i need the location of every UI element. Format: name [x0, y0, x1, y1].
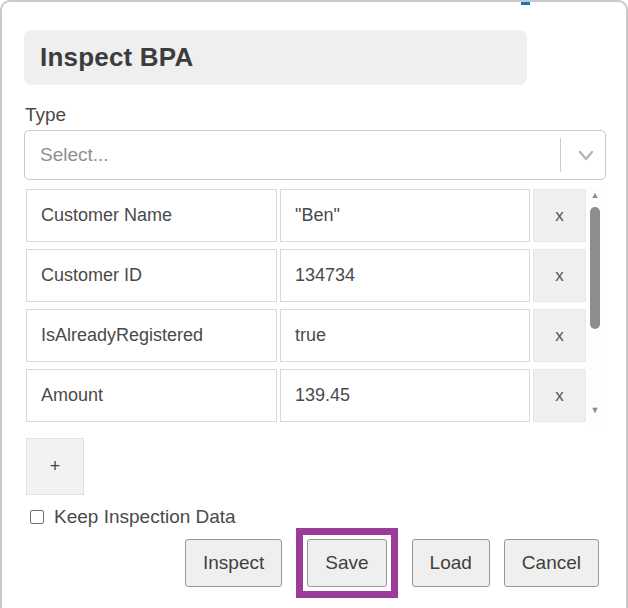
cancel-button[interactable]: Cancel: [504, 539, 599, 587]
type-label: Type: [25, 104, 66, 126]
remove-row-button[interactable]: x: [533, 249, 586, 302]
add-row-button[interactable]: +: [26, 438, 84, 495]
scroll-down-icon[interactable]: ▼: [588, 405, 602, 415]
scrollbar-thumb[interactable]: [590, 207, 600, 329]
remove-row-button[interactable]: x: [533, 189, 586, 242]
remove-row-button[interactable]: x: [533, 309, 586, 362]
dialog-header: Inspect BPA: [24, 30, 527, 85]
keep-inspection-data-row: Keep Inspection Data: [30, 506, 236, 528]
chevron-down-icon[interactable]: [567, 144, 605, 166]
keep-inspection-data-label: Keep Inspection Data: [54, 506, 236, 528]
save-button[interactable]: Save: [307, 539, 386, 587]
key-value-rows: x x x x: [26, 187, 586, 425]
rows-scrollbar[interactable]: ▲ ▼: [588, 187, 602, 425]
type-select-placeholder: Select...: [25, 144, 560, 166]
table-row: x: [26, 369, 586, 422]
load-button[interactable]: Load: [412, 539, 490, 587]
keep-inspection-data-checkbox[interactable]: [30, 510, 44, 524]
action-buttons: Inspect Save Load Cancel: [185, 539, 599, 587]
row-value-input[interactable]: [280, 309, 530, 362]
row-value-input[interactable]: [280, 249, 530, 302]
page-title: Inspect BPA: [40, 42, 193, 73]
table-row: x: [26, 309, 586, 362]
inspect-button[interactable]: Inspect: [185, 539, 282, 587]
select-separator: [560, 138, 561, 172]
type-select[interactable]: Select...: [24, 130, 606, 180]
row-name-input[interactable]: [26, 249, 277, 302]
table-row: x: [26, 249, 586, 302]
scroll-up-icon[interactable]: ▲: [588, 190, 602, 200]
save-highlight-box: Save: [296, 528, 397, 598]
row-name-input[interactable]: [26, 369, 277, 422]
row-value-input[interactable]: [280, 189, 530, 242]
row-value-input[interactable]: [280, 369, 530, 422]
inspect-bpa-dialog: Inspect BPA Type Select... x x x: [0, 0, 628, 608]
remove-row-button[interactable]: x: [533, 369, 586, 422]
table-row: x: [26, 189, 586, 242]
row-name-input[interactable]: [26, 189, 277, 242]
top-accent-tick: [521, 2, 530, 5]
row-name-input[interactable]: [26, 309, 277, 362]
